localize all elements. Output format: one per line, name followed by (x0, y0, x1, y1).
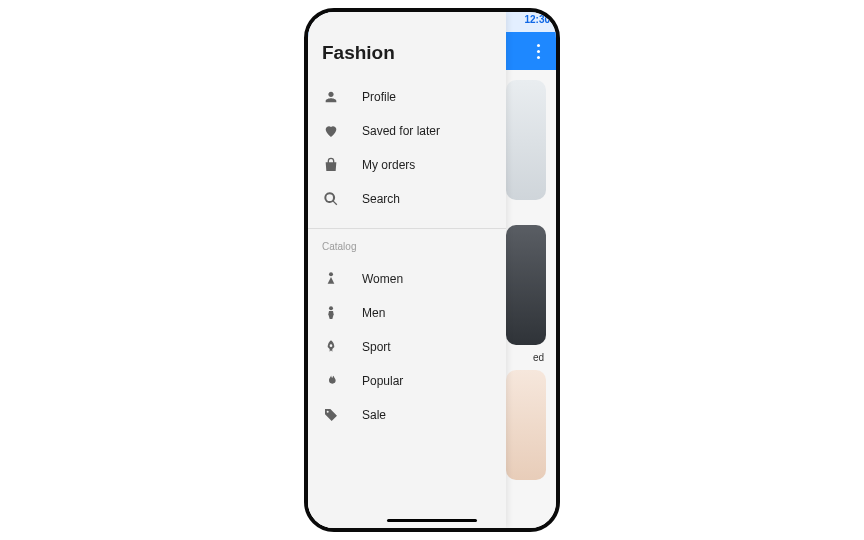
more-options-icon[interactable] (526, 39, 550, 63)
status-time: 12:30 (524, 14, 550, 25)
product-card[interactable] (506, 80, 546, 200)
home-indicator[interactable] (387, 519, 477, 522)
svg-point-1 (329, 306, 333, 310)
rocket-icon (322, 338, 340, 356)
menu-label: Search (362, 192, 400, 206)
drawer-main-section: Profile Saved for later My orders Search (308, 76, 506, 226)
menu-item-sale[interactable]: Sale (308, 398, 506, 432)
bag-icon (322, 156, 340, 174)
phone-frame: 12:30 ed Fashion Profile Saved fo (304, 8, 560, 532)
navigation-drawer: Fashion Profile Saved for later My order… (308, 12, 506, 528)
divider (308, 228, 506, 229)
heart-icon (322, 122, 340, 140)
menu-label: Popular (362, 374, 403, 388)
app-title: Fashion (322, 42, 492, 64)
man-icon (322, 304, 340, 322)
menu-item-sport[interactable]: Sport (308, 330, 506, 364)
menu-label: Profile (362, 90, 396, 104)
drawer-header: Fashion (308, 12, 506, 76)
menu-item-search[interactable]: Search (308, 182, 506, 216)
svg-point-2 (327, 411, 329, 413)
woman-icon (322, 270, 340, 288)
menu-item-men[interactable]: Men (308, 296, 506, 330)
fire-icon (322, 372, 340, 390)
menu-label: Sport (362, 340, 391, 354)
product-card[interactable] (506, 370, 546, 480)
menu-label: Saved for later (362, 124, 440, 138)
drawer-catalog-section: Women Men Sport Popular (308, 258, 506, 442)
menu-label: My orders (362, 158, 415, 172)
svg-point-0 (329, 272, 333, 276)
tag-icon (322, 406, 340, 424)
menu-item-saved[interactable]: Saved for later (308, 114, 506, 148)
product-label: ed (533, 352, 544, 363)
person-icon (322, 88, 340, 106)
menu-item-profile[interactable]: Profile (308, 80, 506, 114)
product-card[interactable] (506, 225, 546, 345)
menu-item-popular[interactable]: Popular (308, 364, 506, 398)
menu-label: Men (362, 306, 385, 320)
menu-item-orders[interactable]: My orders (308, 148, 506, 182)
menu-label: Sale (362, 408, 386, 422)
menu-item-women[interactable]: Women (308, 262, 506, 296)
menu-label: Women (362, 272, 403, 286)
catalog-heading: Catalog (308, 231, 506, 258)
search-icon (322, 190, 340, 208)
